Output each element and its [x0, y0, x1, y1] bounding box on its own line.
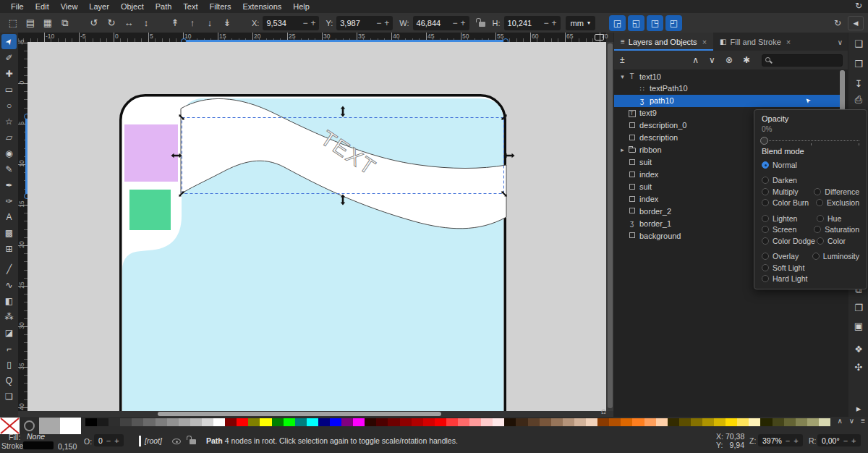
layers-search-box[interactable]: [762, 54, 843, 67]
x-field[interactable]: 9,534−+: [263, 16, 319, 30]
palette-swatch[interactable]: [597, 418, 609, 426]
lock-ratio-icon[interactable]: [477, 19, 486, 27]
palette-swatch[interactable]: [784, 418, 796, 426]
palette-swatch[interactable]: [295, 418, 307, 426]
lavender-swatch-rect[interactable]: [124, 124, 178, 182]
flip-vertical-icon[interactable]: ↕: [137, 15, 155, 31]
snap-icon[interactable]: Ω: [601, 408, 606, 415]
horizontal-scrollbar[interactable]: Ω: [18, 411, 613, 417]
unit-dropdown[interactable]: mm▾: [566, 16, 595, 30]
menu-item-edit[interactable]: Edit: [30, 1, 54, 12]
palette-swatch[interactable]: [540, 418, 551, 426]
palette-swatch[interactable]: [516, 418, 527, 426]
palette-swatch[interactable]: [213, 418, 225, 426]
tab-layers-objects[interactable]: ≡ Layers and Objects ×: [614, 33, 713, 51]
expander-icon[interactable]: ▸: [618, 146, 626, 153]
selection-frame-icon[interactable]: ⧉: [56, 15, 74, 31]
palette-swatch[interactable]: [632, 418, 644, 426]
palette-swatch[interactable]: [132, 418, 143, 426]
bezier-pen-tool[interactable]: ✒: [1, 177, 17, 192]
rotation-field[interactable]: 0,00°−+: [817, 434, 861, 446]
horizontal-ruler[interactable]: -10-50510152025303540455055606570: [18, 33, 606, 42]
blend-option-hard-light[interactable]: Hard Light: [762, 274, 817, 283]
display-mode-icon[interactable]: [595, 34, 604, 41]
blend-option-normal[interactable]: Normal: [762, 161, 817, 169]
palette-swatch[interactable]: [726, 418, 737, 426]
object-opacity-field[interactable]: 0−+: [94, 434, 124, 446]
blend-option-multiply[interactable]: Multiply: [762, 187, 814, 196]
duplicate-icon[interactable]: ▣: [848, 321, 868, 331]
rectangle-tool[interactable]: ▭: [1, 82, 17, 97]
vertical-ruler[interactable]: -50510152025303540: [18, 42, 27, 411]
palette-swatch[interactable]: [388, 418, 399, 426]
blend-option-hue[interactable]: Hue: [817, 214, 859, 223]
select-all-icon[interactable]: ⬚: [4, 15, 22, 31]
palette-swatch[interactable]: [341, 418, 353, 426]
palette-swatch[interactable]: [749, 418, 760, 426]
palette-swatch[interactable]: [97, 418, 109, 426]
palette-swatch[interactable]: [481, 418, 493, 426]
palette-swatch[interactable]: [237, 418, 248, 426]
paint-bucket-tool[interactable]: ◧: [1, 293, 17, 308]
commands-expand-icon[interactable]: ▸: [848, 403, 868, 414]
palette-swatch[interactable]: [819, 418, 830, 426]
palette-swatch[interactable]: [807, 418, 819, 426]
text-tool[interactable]: A: [1, 209, 17, 224]
blend-option-color-dodge[interactable]: Color Dodge: [762, 237, 817, 245]
flip-horizontal-icon[interactable]: ↔: [120, 15, 137, 31]
menu-item-text[interactable]: Text: [178, 1, 203, 12]
blend-option-color[interactable]: Color: [817, 237, 859, 245]
menu-item-filters[interactable]: Filters: [205, 1, 237, 12]
mesh-gradient-tool[interactable]: ⊞: [1, 241, 17, 256]
palette-swatch[interactable]: [621, 418, 632, 426]
menu-item-view[interactable]: View: [56, 1, 83, 12]
h-field[interactable]: 10,241−+: [504, 16, 561, 30]
blend-option-luminosity[interactable]: Luminosity: [812, 252, 859, 261]
palette-swatch[interactable]: [156, 418, 167, 426]
palette-swatch[interactable]: [412, 418, 423, 426]
palette-swatch[interactable]: [109, 418, 120, 426]
palette-swatch[interactable]: [714, 418, 726, 426]
palette-swatch[interactable]: [469, 418, 481, 426]
palette-swatch[interactable]: [737, 418, 749, 426]
palette-swatch[interactable]: [446, 418, 458, 426]
rotate-ccw-icon[interactable]: ↺: [85, 15, 103, 31]
palette-swatch[interactable]: [330, 418, 341, 426]
palette-swatch[interactable]: [179, 418, 190, 426]
blend-option-lighten[interactable]: Lighten: [762, 214, 817, 223]
layer-visibility-eye-icon[interactable]: [172, 439, 181, 444]
palette-swatch[interactable]: [458, 418, 469, 426]
stroke-color-swatch[interactable]: [23, 441, 54, 449]
palette-swatch[interactable]: [773, 418, 784, 426]
palette-swatch[interactable]: [225, 418, 237, 426]
blend-option-overlay[interactable]: Overlay: [762, 252, 812, 261]
palette-swatch[interactable]: [365, 418, 376, 426]
close-tab-icon[interactable]: ×: [702, 38, 707, 46]
palette-swatch[interactable]: [609, 418, 621, 426]
open-document-icon[interactable]: ❒: [848, 59, 868, 69]
palette-menu-icon[interactable]: ≡: [861, 417, 865, 425]
canvas-viewport[interactable]: TEXT: [27, 42, 606, 411]
lower-to-bottom-icon[interactable]: ↡: [218, 15, 236, 31]
ellipse-tool[interactable]: ○: [1, 98, 17, 113]
select-all-layers-icon[interactable]: ▤: [22, 15, 39, 31]
tab-fill-stroke[interactable]: ◧ Fill and Stroke ×: [713, 33, 797, 51]
star-tool[interactable]: ☆: [1, 114, 17, 129]
layers-search-input[interactable]: [775, 55, 841, 66]
horizontal-scrollbar-thumb[interactable]: [158, 412, 441, 416]
layer-lock-icon[interactable]: [190, 439, 196, 444]
raise-to-top-icon[interactable]: ↟: [166, 15, 184, 31]
palette-swatch[interactable]: [796, 418, 807, 426]
palette-swatch[interactable]: [702, 418, 714, 426]
expander-icon[interactable]: ▾: [618, 73, 626, 80]
dropper-tool[interactable]: ╱: [1, 261, 17, 276]
palette-swatch[interactable]: [679, 418, 691, 426]
paste-icon[interactable]: ❐: [848, 302, 868, 313]
sync-icon[interactable]: ↻: [855, 1, 862, 11]
menu-item-path[interactable]: Path: [150, 1, 177, 12]
blend-option-saturation[interactable]: Saturation: [814, 225, 859, 234]
box-3d-tool[interactable]: ▱: [1, 130, 17, 145]
blend-option-soft-light[interactable]: Soft Light: [762, 263, 817, 272]
collapse-toolbar-icon[interactable]: ◀: [848, 16, 864, 30]
palette-swatch[interactable]: [272, 418, 284, 426]
